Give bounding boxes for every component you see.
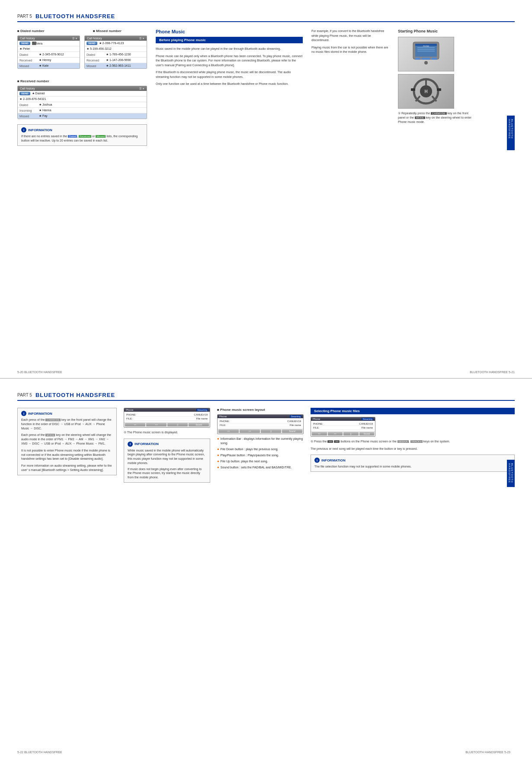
trackv-badge: TRACK∨ bbox=[410, 440, 423, 443]
bottom-footer-left: 5-22 BLUETOOTH HANDSFREE bbox=[17, 751, 62, 754]
received-label-4: Missed bbox=[19, 115, 39, 118]
phone-btn-row-2: << >> || Sound bbox=[218, 429, 303, 434]
bottom-info-text-2b: If music does not begin playing even aft… bbox=[128, 467, 206, 480]
send-btn-r0[interactable]: SEND bbox=[19, 92, 30, 95]
right-extra-text2: Playing music from the car is not possib… bbox=[311, 45, 389, 55]
bottom-left-col: i INFORMATION Each press of the CARMODE … bbox=[17, 408, 117, 487]
phone-screen-3: Phone Streaming PHONE: CANUEV19 FILE: Fi… bbox=[311, 417, 375, 437]
content-para-1: Phone music can be played only when a Bl… bbox=[156, 54, 303, 68]
received-title-text: Call history bbox=[20, 87, 35, 90]
missed-label-4: Missed bbox=[87, 65, 106, 68]
bottom-half: PART 5 BLUETOOTH HANDSFREE i INFORMATION… bbox=[0, 379, 532, 758]
carmode-badge: CARMODE bbox=[45, 419, 61, 421]
bottom-info-title: i INFORMATION bbox=[21, 411, 113, 416]
select-title: Selecting Phone music files bbox=[311, 408, 515, 414]
svg-rect-4 bbox=[417, 47, 435, 48]
mode-badge: MODE bbox=[45, 434, 55, 436]
phone-btn-next[interactable]: >> bbox=[146, 423, 167, 426]
phone-screen-1-content: PHONE: CANUEV19 FILE: File name bbox=[124, 412, 210, 422]
send-btn-0[interactable]: SEND bbox=[19, 42, 30, 45]
top-half: PART 5 BLUETOOTH HANDSFREE Dialed number… bbox=[0, 0, 532, 379]
seek-fwd-btn: >> bbox=[334, 440, 340, 443]
steering-image: H bbox=[398, 74, 454, 109]
svg-text:H: H bbox=[424, 89, 427, 94]
bullet-dot-2: ● bbox=[217, 453, 219, 458]
phone-btn-3-play[interactable]: || bbox=[343, 432, 359, 435]
top-info-text: If there are no entries saved in the Dia… bbox=[21, 134, 143, 143]
phone-btn-3-next[interactable]: >> bbox=[328, 432, 343, 435]
phone-btn-prev[interactable]: << bbox=[125, 423, 145, 426]
top-footer-right: BLUETOOTH HANDSFREE 5-21 bbox=[470, 371, 515, 374]
phone-btn-2-next[interactable]: >> bbox=[240, 429, 260, 433]
received-row-4: Missed ★ Fay bbox=[18, 113, 147, 119]
dialed-title-text: Call history bbox=[20, 37, 35, 40]
phone-btn-play[interactable]: || bbox=[167, 423, 188, 426]
received-name-1: ★ 2-109-876-54321 bbox=[19, 97, 145, 101]
seeka-badge: SEEK/A bbox=[397, 440, 409, 443]
phone-screen-1-title: Phone bbox=[126, 409, 133, 411]
phone-label-3-1: FILE: bbox=[313, 426, 319, 429]
bottom-right-col: Selecting Phone music files Phone Stream… bbox=[311, 408, 515, 487]
bottom-content: i INFORMATION Each press of the CARMODE … bbox=[17, 408, 515, 487]
top-content: Dialed number Call history ☰ ✕ SEND 📞 Ve… bbox=[17, 29, 515, 150]
phone-label-1-1: FILE: bbox=[126, 417, 132, 420]
phone-btn-3-prev[interactable]: << bbox=[312, 432, 327, 435]
info-icon-2: i bbox=[128, 442, 133, 447]
received-history-box: Call history ☰ ✕ SEND ★ Damiel ★ 2-109-8… bbox=[17, 86, 147, 119]
phone-btn-2-play[interactable]: || bbox=[261, 429, 281, 433]
svg-rect-9 bbox=[432, 58, 437, 60]
phone-label-2-0: PHONE: bbox=[220, 420, 230, 423]
phone-val-1-0: CANUEV19 bbox=[194, 413, 208, 416]
phone-row-2-1: FILE: File name bbox=[219, 423, 302, 427]
dialed-label-2: Dialed bbox=[19, 53, 39, 56]
dialed-label-4: Missed bbox=[19, 65, 39, 68]
missed-icons: ☰ ✕ bbox=[139, 37, 144, 40]
svg-text:PHONE: PHONE bbox=[423, 45, 429, 47]
top-part-title: BLUETOOTH HANDSFREE bbox=[35, 13, 115, 19]
page: PART 5 BLUETOOTH HANDSFREE Dialed number… bbox=[0, 0, 532, 758]
received-title-bar: Call history ☰ ✕ bbox=[18, 86, 147, 91]
dialed-row-4: Missed ★ Kate bbox=[18, 63, 80, 68]
missed-row-2: Dialed ★ 1-789-456-1230 bbox=[85, 52, 147, 58]
mid-col: Phone Music Before playing Phone music M… bbox=[156, 29, 303, 150]
dialed-name-3: ★ Henny bbox=[39, 58, 78, 62]
phone-btn-3-sound[interactable]: Sound bbox=[359, 432, 375, 435]
dialed-row-1: ★ Peter bbox=[18, 46, 80, 52]
bullet-text-1: File Down button : plays the previous so… bbox=[221, 447, 304, 452]
dialed-label-3: Received bbox=[19, 59, 39, 62]
dialed-section: Dialed number Call history ☰ ✕ SEND 📞 Ve… bbox=[17, 29, 80, 74]
phone-btn-2-sound[interactable]: Sound bbox=[282, 429, 302, 433]
bullet-0: ● Information Bar : displays information… bbox=[217, 437, 304, 445]
bottom-footer-right: BLUETOOTH HANDSFREE 5-23 bbox=[465, 751, 510, 754]
dialed-icons: ☰ ✕ bbox=[72, 37, 77, 40]
received-row-1: ★ 2-109-876-54321 bbox=[18, 97, 147, 102]
bottom-mid-left-col: Phone Streaming PHONE: CANUEV19 FILE: Fi… bbox=[124, 408, 210, 487]
phone-btn-2-prev[interactable]: << bbox=[218, 429, 239, 433]
missed-label-3: Received bbox=[87, 59, 106, 62]
bottom-mid-col: Phone music screen layout Phone Streamin… bbox=[217, 408, 304, 487]
top-info-title: i INFORMATION bbox=[21, 127, 143, 132]
bottom-info-title-2: i INFORMATION bbox=[128, 442, 206, 447]
phone-btn-sound[interactable]: Sound bbox=[189, 423, 209, 426]
phone-image: PHONE bbox=[398, 37, 454, 71]
svg-point-10 bbox=[424, 61, 428, 65]
phone-screen-3-bar: Phone Streaming bbox=[311, 417, 375, 421]
phone-btn-row-1: << >> || Sound bbox=[124, 422, 210, 427]
send-btn-m0[interactable]: SEND bbox=[87, 42, 97, 45]
bullet-2: ● Play/Pause button : Plays/pauses the s… bbox=[217, 453, 304, 458]
top-info-box: i INFORMATION If there are no entries sa… bbox=[17, 124, 147, 146]
missed-name-0: ★ 2-398-778-4123 bbox=[99, 42, 145, 45]
phone-val-1-1: File name bbox=[196, 417, 208, 420]
phone-row-1-0: PHONE: CANUEV19 bbox=[125, 413, 208, 417]
svg-rect-7 bbox=[415, 58, 420, 60]
received-row-3: Incoming ★ Hanna bbox=[18, 108, 147, 113]
bullet-3: ● File Up button: plays the next song. bbox=[217, 459, 304, 464]
phone-label-3-0: PHONE: bbox=[313, 423, 323, 425]
dialed-missed-section: Dialed number Call history ☰ ✕ SEND 📞 Ve… bbox=[17, 29, 147, 74]
phone-screen-1: Phone Streaming PHONE: CANUEV19 FILE: Fi… bbox=[124, 408, 210, 428]
phone-icon-0: 📞 bbox=[32, 42, 36, 45]
svg-rect-18 bbox=[437, 88, 441, 91]
bottom-side-tab: BLUETOOTH HANDSFREE bbox=[507, 460, 515, 487]
bottom-info-title-3: i INFORMATION bbox=[314, 458, 511, 463]
bottom-info-para-3: For more information on audio streaming … bbox=[21, 464, 113, 472]
